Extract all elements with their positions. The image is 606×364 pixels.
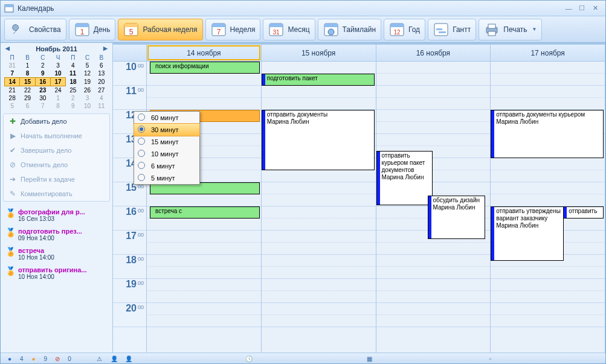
mini-cal-day[interactable]: 20 (94, 78, 108, 86)
status-count-2: 9 (44, 356, 48, 362)
cancel-task-button[interactable]: ⊘Отменить дело (4, 158, 109, 172)
mini-cal-day[interactable]: 11 (94, 102, 108, 110)
mini-cal-day[interactable]: 31 (5, 62, 20, 69)
mini-cal-day[interactable]: 26 (80, 86, 94, 95)
task-item[interactable]: 🏅подготовить през...09 Ноя 14:00 (3, 226, 110, 245)
mini-cal-day[interactable]: 22 (20, 86, 35, 95)
mini-cal-day[interactable]: 23 (35, 86, 50, 95)
mini-cal-day[interactable]: 2 (35, 62, 50, 69)
mini-cal-day[interactable]: 18 (66, 78, 80, 86)
context-menu-item[interactable]: 6 минут (134, 160, 199, 172)
start-task-button[interactable]: ▶Начать выполнение (4, 129, 109, 143)
day-column[interactable]: поиск информациивстреча с (147, 62, 262, 353)
mini-cal-day[interactable]: 6 (20, 102, 35, 110)
context-menu-item[interactable]: 15 минут (134, 136, 199, 148)
calendar-event[interactable]: отправить (563, 206, 604, 219)
mini-cal-day[interactable]: 29 (20, 94, 35, 102)
mini-cal-day[interactable]: 17 (50, 78, 65, 86)
grid-icon[interactable]: ▦ (366, 355, 374, 363)
comment-button[interactable]: ✎Комментировать (4, 187, 109, 201)
mini-cal-day[interactable]: 11 (66, 69, 80, 78)
day-header[interactable]: 16 ноября (376, 45, 491, 61)
person-icon[interactable]: 👤 (110, 355, 118, 363)
day-column[interactable]: подготовить пакетотправить документыМари… (262, 62, 376, 353)
svg-text:1: 1 (80, 28, 84, 36)
mini-cal-day[interactable]: 28 (5, 94, 20, 102)
mini-cal-day[interactable]: 13 (94, 69, 108, 78)
calendar-event[interactable]: обсудить дизайнМарина Любин (428, 196, 486, 239)
maximize-button[interactable]: ☐ (575, 3, 588, 14)
goto-task-button[interactable]: ➔Перейти к задаче (4, 172, 109, 187)
mini-cal-day[interactable]: 3 (50, 62, 65, 69)
mini-cal-day[interactable]: 4 (94, 94, 108, 102)
mini-cal-day[interactable]: 12 (80, 69, 94, 78)
person2-icon[interactable]: 👤 (124, 355, 133, 363)
mini-cal-day[interactable]: 6 (94, 62, 108, 69)
calendar-event[interactable]: отправить документыМарина Любин (262, 110, 375, 170)
day-header[interactable]: 14 ноября (147, 45, 262, 61)
year-icon: 12 (389, 22, 405, 37)
mini-cal-day[interactable]: 8 (50, 102, 65, 110)
day-column[interactable]: отправить курьером пакет документовМарин… (376, 62, 491, 353)
context-menu-item[interactable]: 10 минут (134, 148, 199, 160)
calendar-event[interactable]: отправить утверждены вариант заказчикуМа… (491, 206, 564, 261)
context-menu-item[interactable]: 30 минут (134, 123, 200, 136)
mini-cal-day[interactable]: 25 (66, 86, 80, 95)
add-task-button[interactable]: ✚Добавить дело (4, 114, 109, 129)
mini-cal-day[interactable]: 5 (5, 102, 20, 110)
mini-cal-day[interactable]: 24 (50, 86, 65, 95)
day-header[interactable]: 15 ноября (262, 45, 376, 61)
calendar-event[interactable]: встреча с (150, 206, 260, 219)
calendar-event[interactable]: отправить курьером пакет документовМарин… (376, 151, 433, 205)
calendar-event[interactable]: отправить документы курьеромМарина Любин (491, 110, 604, 158)
mini-cal-day[interactable]: 4 (66, 62, 80, 69)
day-button[interactable]: 1 День (69, 19, 116, 40)
mini-cal-day[interactable]: 21 (5, 86, 20, 95)
mini-cal-day[interactable]: 27 (94, 86, 108, 95)
next-month-button[interactable]: ▶ (103, 45, 108, 51)
workweek-button[interactable]: 5 Рабочая неделя (118, 19, 202, 40)
week-button[interactable]: 7 Неделя (205, 19, 261, 40)
mini-cal-day[interactable]: 10 (80, 102, 94, 110)
note-icon[interactable]: ▫ (486, 355, 494, 363)
mini-cal-day[interactable]: 1 (20, 62, 35, 69)
task-item[interactable]: 🏅встреча10 Ноя 14:00 (3, 245, 110, 264)
close-button[interactable]: ✕ (588, 3, 602, 14)
mini-cal-day[interactable]: 7 (35, 102, 50, 110)
mini-cal-day[interactable]: 14 (5, 78, 20, 86)
prev-month-button[interactable]: ◀ (5, 45, 10, 51)
warning-icon[interactable]: ⚠ (95, 355, 104, 363)
calendar-event[interactable]: поиск информации (150, 62, 260, 74)
mini-cal-day[interactable]: 9 (35, 69, 50, 78)
mini-cal-day[interactable]: 5 (80, 62, 94, 69)
month-button[interactable]: 31 Месяц (263, 19, 315, 40)
calendar-event[interactable]: подготовить пакет (262, 74, 375, 86)
print-button[interactable]: Печать ▼ (479, 19, 542, 40)
mini-cal-day[interactable]: 16 (35, 78, 50, 86)
year-button[interactable]: 12 Год (384, 19, 425, 40)
day-header[interactable]: 17 ноября (491, 45, 605, 61)
clock-icon[interactable]: 🕓 (245, 355, 253, 363)
mini-calendar-grid[interactable]: ПВСЧПСВ311234567891011121314151617181920… (4, 54, 109, 110)
gantt-button[interactable]: Гантт (428, 19, 476, 40)
mini-cal-day[interactable]: 2 (66, 94, 80, 102)
day-column[interactable]: отправить документы курьеромМарина Любин… (491, 62, 605, 353)
mini-cal-day[interactable]: 10 (50, 69, 65, 78)
mini-cal-day[interactable]: 15 (20, 78, 35, 86)
task-item[interactable]: 🏅отправить оригина...10 Ноя 14:00 (3, 264, 110, 284)
mini-cal-day[interactable]: 9 (66, 102, 80, 110)
mini-cal-day[interactable]: 30 (35, 94, 50, 102)
mini-cal-day[interactable]: 1 (50, 94, 65, 102)
properties-button[interactable]: Свойства (4, 19, 66, 40)
context-menu-item[interactable]: 5 минут (134, 172, 199, 184)
minimize-button[interactable]: — (562, 3, 575, 14)
task-item[interactable]: 🏅фотографии для р...16 Сен 13:03 (3, 206, 110, 226)
mini-cal-day[interactable]: 19 (80, 78, 94, 86)
time-row: 1900 (113, 279, 146, 303)
timeline-button[interactable]: Таймлайн (318, 19, 381, 40)
mini-cal-day[interactable]: 8 (20, 69, 35, 78)
context-menu-item[interactable]: 60 минут (134, 112, 199, 124)
complete-task-button[interactable]: ✔Завершить дело (4, 143, 109, 158)
mini-cal-day[interactable]: 3 (80, 94, 94, 102)
mini-cal-day[interactable]: 7 (5, 69, 20, 78)
